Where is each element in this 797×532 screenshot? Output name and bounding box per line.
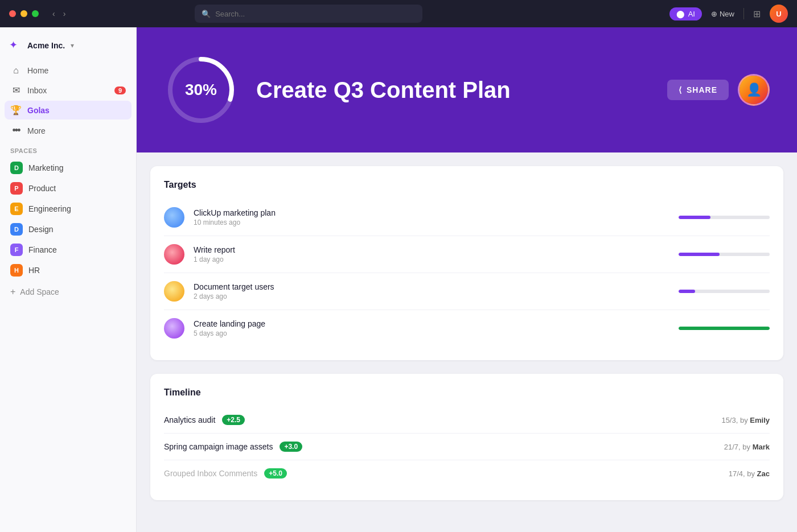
plus-icon: + <box>10 287 15 297</box>
goals-icon: 🏆 <box>10 105 22 116</box>
nav-arrows: ‹ › <box>50 8 68 19</box>
timeline-right-2: 21/7, by Mark <box>724 443 770 451</box>
target-progress-fill-4 <box>679 327 770 330</box>
target-time-4: 5 days ago <box>194 329 669 337</box>
back-button[interactable]: ‹ <box>50 8 57 19</box>
content-area: 30% Create Q3 Content Plan ⟨ SHARE 👤 Tar… <box>137 27 797 532</box>
search-bar[interactable]: 🔍 <box>195 5 422 23</box>
product-dot: P <box>10 182 23 195</box>
target-time-2: 1 day ago <box>194 255 669 263</box>
maximize-window-button[interactable] <box>32 10 39 17</box>
timeline-badge-3: +5.0 <box>264 468 287 479</box>
target-progress-1 <box>679 216 770 219</box>
timeline-title: Timeline <box>164 387 770 398</box>
timeline-card: Timeline Analytics audit +2.5 15/3, by E… <box>150 374 783 500</box>
target-name-2: Write report <box>194 245 669 254</box>
timeline-badge-1: +2.5 <box>222 415 245 425</box>
share-button[interactable]: ⟨ SHARE <box>667 80 729 100</box>
topbar-divider <box>743 8 744 19</box>
target-avatar-2 <box>164 244 184 265</box>
sidebar-item-product[interactable]: P Product <box>5 178 132 199</box>
timeline-item-name-1: Analytics audit <box>164 415 215 424</box>
timeline-row-3: Grouped Inbox Comments +5.0 17/4, by Zac <box>164 460 770 486</box>
window-controls <box>9 10 39 17</box>
timeline-row-2: Spring campaign image assets +3.0 21/7, … <box>164 434 770 460</box>
sidebar-item-engineering[interactable]: E Engineering <box>5 199 132 219</box>
sidebar-item-goals[interactable]: 🏆 Golas <box>5 101 132 119</box>
space-label: Marketing <box>28 163 63 172</box>
new-button[interactable]: ⊕ New <box>711 10 734 18</box>
minimize-window-button[interactable] <box>20 10 27 17</box>
target-info-2: Write report 1 day ago <box>194 245 669 263</box>
goal-avatar: 👤 <box>738 74 770 106</box>
target-name-4: Create landing page <box>194 319 669 328</box>
topbar-right: ⬤ AI ⊕ New ⊞ U <box>669 5 788 23</box>
sidebar-item-hr[interactable]: H HR <box>5 260 132 281</box>
inbox-badge: 9 <box>114 86 126 94</box>
share-icon: ⟨ <box>679 85 682 94</box>
target-time-3: 2 days ago <box>194 292 669 300</box>
target-avatar-1 <box>164 207 184 228</box>
target-progress-fill-2 <box>679 253 720 256</box>
user-avatar[interactable]: U <box>770 5 788 23</box>
sidebar-item-marketing[interactable]: D Marketing <box>5 158 132 178</box>
timeline-badge-2: +3.0 <box>280 442 302 452</box>
workspace-chevron-icon: ▾ <box>71 42 74 50</box>
target-progress-2 <box>679 253 770 256</box>
target-name-3: Document target users <box>194 282 669 291</box>
more-icon: ••• <box>10 125 22 137</box>
goal-actions: ⟨ SHARE 👤 <box>667 74 770 106</box>
sidebar-item-label: Golas <box>27 106 50 115</box>
space-label: Engineering <box>28 204 71 213</box>
targets-card: Targets ClickUp marketing plan 10 minute… <box>150 166 783 360</box>
goal-title: Create Q3 Content Plan <box>256 77 649 103</box>
space-label: Design <box>28 225 54 234</box>
forward-button[interactable]: › <box>61 8 68 19</box>
design-dot: D <box>10 223 23 236</box>
ai-label: AI <box>688 10 695 18</box>
add-space-button[interactable]: + Add Space <box>0 283 136 301</box>
grid-icon[interactable]: ⊞ <box>753 9 761 19</box>
target-row: Document target users 2 days ago <box>164 273 770 310</box>
search-icon: 🔍 <box>202 10 211 18</box>
sidebar-item-label: More <box>27 126 46 135</box>
sidebar-item-home[interactable]: ⌂ Home <box>5 61 132 80</box>
target-info-3: Document target users 2 days ago <box>194 282 669 300</box>
space-label: Product <box>28 184 56 193</box>
share-label: SHARE <box>687 85 717 94</box>
inbox-icon: ✉ <box>10 85 22 96</box>
ai-icon: ⬤ <box>676 10 685 18</box>
target-progress-4 <box>679 327 770 330</box>
target-time-1: 10 minutes ago <box>194 218 669 226</box>
finance-dot: F <box>10 244 23 256</box>
workspace-header[interactable]: ✦ Acme Inc. ▾ <box>0 34 136 61</box>
sidebar-nav: ⌂ Home ✉ Inbox 9 🏆 Golas ••• More <box>0 61 136 141</box>
timeline-item-name-3: Grouped Inbox Comments <box>164 469 257 478</box>
target-progress-3 <box>679 290 770 293</box>
topbar: ‹ › 🔍 ⬤ AI ⊕ New ⊞ U <box>0 0 797 27</box>
spaces-section-label: Spaces <box>0 141 136 158</box>
goal-header: 30% Create Q3 Content Plan ⟨ SHARE 👤 <box>137 27 797 152</box>
space-label: Finance <box>28 245 57 254</box>
marketing-dot: D <box>10 162 23 174</box>
target-row: ClickUp marketing plan 10 minutes ago <box>164 199 770 236</box>
targets-title: Targets <box>164 180 770 190</box>
timeline-right-3: 17/4, by Zac <box>729 469 770 478</box>
workspace-logo: ✦ <box>9 39 23 52</box>
engineering-dot: E <box>10 203 23 215</box>
sidebar-item-label: Home <box>27 66 48 75</box>
sidebar-item-inbox[interactable]: ✉ Inbox 9 <box>5 81 132 100</box>
main-layout: ✦ Acme Inc. ▾ ⌂ Home ✉ Inbox 9 🏆 Golas •… <box>0 27 797 532</box>
progress-percent: 30% <box>185 81 217 99</box>
ai-button[interactable]: ⬤ AI <box>669 7 702 20</box>
timeline-right-1: 15/3, by Emily <box>721 416 770 424</box>
search-input[interactable] <box>215 10 416 18</box>
close-window-button[interactable] <box>9 10 16 17</box>
spaces-list: D Marketing P Product E Engineering D De… <box>0 158 136 281</box>
target-progress-fill-1 <box>679 216 710 219</box>
sidebar-item-more[interactable]: ••• More <box>5 121 132 141</box>
home-icon: ⌂ <box>10 65 22 76</box>
sidebar-item-finance[interactable]: F Finance <box>5 240 132 260</box>
sidebar-item-design[interactable]: D Design <box>5 219 132 240</box>
target-progress-fill-3 <box>679 290 695 293</box>
